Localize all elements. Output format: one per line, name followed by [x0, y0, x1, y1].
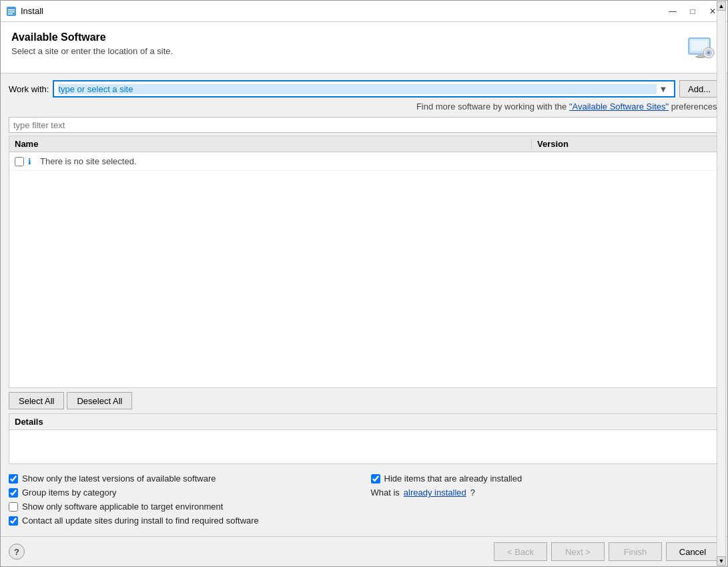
find-more-prefix: Find more software by working with the [416, 102, 569, 112]
main-content: Work with: ▼ Add... Find more software b… [1, 73, 727, 536]
details-body [9, 430, 719, 463]
install-window: Install — □ ✕ Available Software Select … [0, 0, 728, 567]
details-scrollbar[interactable]: ▲ ▼ [716, 73, 727, 536]
details-header: Details ▲ ▼ [9, 414, 719, 430]
option-latest-versions-checkbox[interactable] [9, 474, 18, 484]
dropdown-arrow-icon: ▼ [657, 81, 670, 96]
option-contact-update-sites-checkbox[interactable] [9, 516, 18, 526]
svg-point-11 [707, 51, 710, 54]
table-body: ℹ There is no site selected. [9, 152, 719, 387]
svg-rect-1 [8, 9, 15, 11]
option-contact-update-sites-label: Contact all update sites during install … [22, 516, 259, 526]
details-title: Details [15, 417, 43, 427]
col-name-header: Name [9, 139, 532, 149]
option-hide-installed-label: Hide items that are already installed [384, 474, 522, 484]
option-latest-versions-label: Show only the latest versions of availab… [22, 474, 216, 484]
back-button[interactable]: < Back [494, 542, 547, 561]
title-bar: Install — □ ✕ [1, 1, 727, 22]
footer-right: < Back Next > Finish Cancel [494, 542, 719, 561]
option-group-by-category-label: Group items by category [22, 488, 117, 498]
option-hide-installed: Hide items that are already installed [371, 474, 720, 484]
svg-rect-8 [698, 54, 703, 57]
find-more-suffix: preferences. [669, 102, 719, 112]
add-button[interactable]: Add... [679, 80, 719, 98]
footer: ? < Back Next > Finish Cancel [1, 536, 727, 566]
header-section: Available Software Select a site or ente… [1, 22, 727, 73]
row-label: There is no site selected. [40, 156, 137, 166]
option-what-is-installed: What is already installed? [371, 488, 720, 498]
help-button[interactable]: ? [9, 544, 25, 560]
window-title: Install [21, 6, 663, 16]
option-latest-versions: Show only the latest versions of availab… [9, 474, 358, 484]
work-with-row: Work with: ▼ Add... [9, 80, 719, 98]
filter-input[interactable] [9, 117, 719, 133]
work-with-label: Work with: [9, 84, 49, 94]
site-combobox[interactable]: ▼ [53, 80, 675, 98]
site-input[interactable] [58, 84, 657, 94]
window-icon [6, 6, 17, 17]
cancel-button[interactable]: Cancel [666, 542, 719, 561]
option-target-environment-checkbox[interactable] [9, 502, 18, 512]
page-subtitle: Select a site or enter the location of a… [11, 46, 173, 56]
window-controls: — □ ✕ [663, 4, 722, 19]
option-target-environment-label: Show only software applicable to target … [22, 502, 223, 512]
select-buttons-row: Select All Deselect All [9, 388, 719, 413]
svg-rect-3 [8, 13, 13, 15]
available-software-sites-link[interactable]: "Available Software Sites" [569, 102, 669, 112]
option-group-by-category-checkbox[interactable] [9, 488, 18, 498]
options-section: Show only the latest versions of availab… [9, 469, 719, 530]
table-header: Name Version [9, 136, 719, 152]
what-is-label: What is [371, 488, 400, 498]
option-group-by-category: Group items by category [9, 488, 358, 498]
finish-button[interactable]: Finish [609, 542, 662, 561]
option-target-environment: Show only software applicable to target … [9, 502, 358, 512]
page-title: Available Software [11, 31, 173, 43]
option-contact-update-sites: Contact all update sites during install … [9, 516, 358, 526]
next-button[interactable]: Next > [551, 542, 605, 561]
header-text: Available Software Select a site or ente… [11, 31, 173, 56]
find-more-row: Find more software by working with the "… [9, 102, 719, 112]
filter-input-wrapper [9, 117, 719, 133]
maximize-button[interactable]: □ [683, 4, 702, 19]
software-table: Name Version ℹ There is no site selected… [9, 136, 719, 388]
what-is-suffix: ? [470, 488, 475, 498]
footer-left: ? [9, 544, 25, 560]
deselect-all-button[interactable]: Deselect All [67, 392, 132, 409]
info-icon: ℹ [28, 157, 37, 166]
select-all-button[interactable]: Select All [9, 392, 64, 409]
row-checkbox[interactable] [15, 157, 24, 166]
table-row: ℹ There is no site selected. [9, 152, 719, 171]
option-hide-installed-checkbox[interactable] [371, 474, 380, 484]
details-section: Details ▲ ▼ [9, 413, 719, 464]
minimize-button[interactable]: — [663, 4, 682, 19]
scroll-track [717, 73, 726, 536]
col-version-header: Version [532, 139, 719, 149]
already-installed-link[interactable]: already installed [404, 488, 466, 498]
header-icon [685, 31, 717, 63]
svg-rect-2 [8, 11, 15, 13]
